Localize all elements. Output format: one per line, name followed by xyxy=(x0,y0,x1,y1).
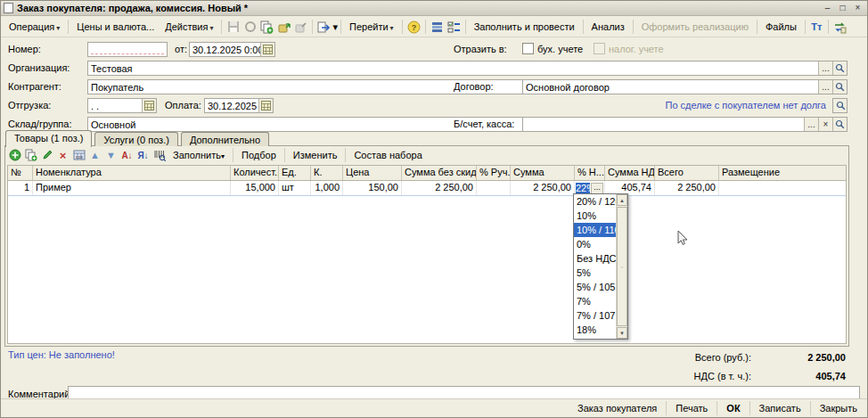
calendar-icon[interactable] xyxy=(260,43,274,56)
vat-option[interactable]: 7% xyxy=(574,294,616,308)
organization-input[interactable]: Тестовая ... xyxy=(87,61,848,76)
cell-k[interactable]: 1,000 xyxy=(311,181,343,195)
help-icon[interactable]: ? xyxy=(406,20,422,35)
column-header-price[interactable]: Цена xyxy=(343,166,402,180)
magnifier-icon[interactable] xyxy=(832,61,847,75)
contract-input[interactable]: Основной договор ... xyxy=(522,79,848,94)
unpost-document-icon[interactable] xyxy=(293,20,308,35)
debt-magnifier-button[interactable] xyxy=(832,98,848,113)
column-header-sum[interactable]: Сумма xyxy=(511,166,575,180)
move-up-icon[interactable]: ▲ xyxy=(87,148,102,162)
save-button[interactable]: Записать xyxy=(753,401,807,415)
column-header-pct-manual[interactable]: % Руч.с... xyxy=(477,166,511,180)
barcode-scan-icon[interactable] xyxy=(151,148,167,162)
actions-menu-button[interactable]: Действия▾ xyxy=(160,18,218,36)
print-button[interactable]: Печать xyxy=(669,401,714,415)
add-row-icon[interactable] xyxy=(7,148,22,162)
calendar-icon[interactable] xyxy=(258,99,273,112)
vat-option[interactable]: 5% / 105 xyxy=(574,280,616,294)
analysis-button[interactable]: Анализ xyxy=(586,18,630,36)
vat-option-selected[interactable]: 10% / 110 xyxy=(574,223,616,237)
column-header-k[interactable]: К. xyxy=(311,166,343,180)
column-header-sum-no-discount[interactable]: Сумма без скидок xyxy=(402,166,477,180)
copy-new-icon[interactable] xyxy=(259,20,274,35)
ellipsis-button[interactable]: ... xyxy=(804,118,818,131)
doc-type-button[interactable]: Заказ покупателя xyxy=(571,401,663,415)
table-row[interactable]: 1 Пример 15,000 шт 1,000 150,00 2 250,00… xyxy=(8,181,846,196)
column-header-placement[interactable]: Размещение xyxy=(719,166,846,180)
scrollbar-thumb[interactable]: ◦ xyxy=(617,207,627,326)
price-type-warning[interactable]: Тип цен: Не заполнено! xyxy=(8,349,115,360)
output-document-icon[interactable] xyxy=(316,20,332,35)
ellipsis-button[interactable]: ... xyxy=(818,61,832,75)
vat-option[interactable]: 0% xyxy=(574,237,616,251)
column-header-nomenclature[interactable]: Номенклатура xyxy=(33,166,231,180)
account-input[interactable]: ... × xyxy=(522,117,848,132)
close-button[interactable]: × xyxy=(851,3,864,14)
set-contents-button[interactable]: Состав набора xyxy=(348,148,427,162)
scroll-up-icon[interactable]: ▲ xyxy=(617,194,627,206)
cell-price[interactable]: 150,00 xyxy=(343,181,402,195)
vat-option[interactable]: 20% / 120 xyxy=(574,194,616,209)
cell-placement[interactable] xyxy=(719,181,846,195)
exchange-icon[interactable] xyxy=(832,20,848,35)
post-document-icon[interactable] xyxy=(276,20,291,35)
reread-icon[interactable] xyxy=(242,20,258,35)
vat-option[interactable]: Без НДС xyxy=(574,251,616,266)
fill-menu-button[interactable]: Заполнить▾ xyxy=(168,148,230,162)
sort-descending-icon[interactable]: Я↓ xyxy=(135,148,151,162)
dropdown-scrollbar[interactable]: ▲ ◦ ▼ xyxy=(616,194,627,339)
operation-menu-button[interactable]: Операция▾ xyxy=(4,18,65,36)
clear-icon[interactable]: × xyxy=(818,118,832,131)
vat-option[interactable]: 10% xyxy=(574,209,616,223)
chevron-down-icon[interactable]: ▾ xyxy=(332,21,338,33)
scroll-down-icon[interactable]: ▼ xyxy=(617,327,627,339)
goto-menu-button[interactable]: Перейти▾ xyxy=(344,18,399,36)
column-header-total[interactable]: Всего xyxy=(655,166,719,180)
column-header-num[interactable]: № xyxy=(8,166,33,180)
accounting-checkbox[interactable] xyxy=(522,43,534,54)
finish-edit-icon[interactable]: сох xyxy=(71,148,86,162)
column-header-unit[interactable]: Ед. xyxy=(279,166,311,180)
number-input[interactable] xyxy=(87,42,168,57)
files-button[interactable]: Файлы xyxy=(760,18,802,36)
payment-date-input[interactable]: 30.12.2025 xyxy=(204,98,274,113)
column-header-vat-rate[interactable]: % Н... xyxy=(575,166,605,180)
magnifier-icon[interactable] xyxy=(832,118,847,131)
delete-row-icon[interactable]: × xyxy=(55,148,70,162)
vat-option[interactable]: 5% xyxy=(574,266,616,280)
calendar-icon[interactable] xyxy=(142,99,156,112)
ok-button[interactable]: ОК xyxy=(720,401,746,415)
cell-total[interactable]: 2 250,00 xyxy=(655,181,719,195)
minimize-button[interactable]: – xyxy=(821,3,834,14)
tab-additional[interactable]: Дополнительно xyxy=(181,132,269,146)
cell-sum-no-discount[interactable]: 2 250,00 xyxy=(402,181,477,195)
date-input[interactable]: 30.12.2025 0:00:00 xyxy=(189,42,275,57)
cell-nomenclature[interactable]: Пример xyxy=(33,181,231,195)
edit-row-icon[interactable] xyxy=(39,148,54,162)
subordination-structure-icon[interactable] xyxy=(430,20,445,35)
ellipsis-button[interactable]: ... xyxy=(818,80,832,94)
tab-goods[interactable]: Товары (1 поз.) xyxy=(5,130,92,147)
copy-row-icon[interactable] xyxy=(23,148,38,162)
cell-unit[interactable]: шт xyxy=(279,181,311,195)
font-icon[interactable]: Тт xyxy=(809,20,824,35)
close-window-button[interactable]: Закрыть xyxy=(814,401,864,415)
sort-ascending-icon[interactable]: А↓ xyxy=(119,148,135,162)
ellipsis-button[interactable]: ... xyxy=(591,183,603,194)
pick-button[interactable]: Подбор xyxy=(236,148,282,162)
maximize-button[interactable]: □ xyxy=(836,3,849,14)
save-icon[interactable] xyxy=(225,20,241,35)
shipment-date-input[interactable]: . . xyxy=(87,98,157,113)
column-header-vat-sum[interactable]: Сумма НДС xyxy=(605,166,655,180)
debt-status-link[interactable]: По сделке с покупателем нет долга xyxy=(665,100,826,111)
change-button[interactable]: Изменить xyxy=(288,148,343,162)
cell-qty[interactable]: 15,000 xyxy=(231,181,279,195)
magnifier-icon[interactable] xyxy=(832,80,847,94)
vat-option[interactable]: 7% / 107 xyxy=(574,308,616,323)
prices-currency-button[interactable]: Цены и валюта... xyxy=(71,18,160,36)
cell-pct-manual[interactable] xyxy=(477,181,511,195)
column-header-qty[interactable]: Количест... xyxy=(231,166,279,180)
cell-num[interactable]: 1 xyxy=(8,181,33,195)
fill-and-post-button[interactable]: Заполнить и провести xyxy=(469,18,580,36)
